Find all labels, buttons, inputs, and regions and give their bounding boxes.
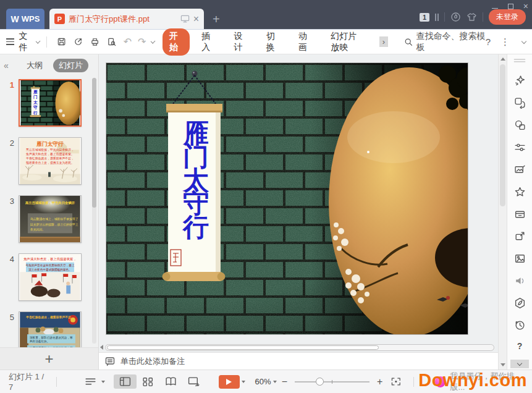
play-slideshow-button[interactable]: [219, 375, 239, 389]
scroll-up-arrow-icon[interactable]: [500, 57, 505, 61]
vertical-scrollbar[interactable]: [498, 54, 507, 370]
document-tab[interactable]: P 雁门太守行ppt课件.ppt ×: [49, 9, 204, 29]
zoom-level[interactable]: 60%: [255, 377, 271, 386]
sidebar-drag-handle-icon[interactable]: [513, 58, 526, 63]
tab-slides[interactable]: 幻灯片: [53, 59, 88, 72]
tab-home[interactable]: 开始: [163, 28, 190, 56]
kebab-menu-icon[interactable]: ⋮: [500, 36, 510, 48]
svg-text:半卷红旗临易水，霜重鼓寒声不起。: 半卷红旗临易水，霜重鼓寒声不起。: [25, 315, 74, 319]
scroll-title-text: 雁 门 太 守 行: [182, 119, 209, 242]
normal-view-icon: [119, 376, 131, 387]
ai-beautify-icon[interactable]: [514, 75, 526, 87]
command-search[interactable]: 查找命令、搜索模板: [404, 31, 485, 53]
normal-view-button[interactable]: [114, 374, 137, 389]
print-icon[interactable]: [90, 36, 99, 47]
menu-hamburger-icon[interactable]: [6, 38, 14, 45]
undo-icon[interactable]: ↶: [124, 36, 132, 48]
maximize-icon[interactable]: [508, 4, 513, 9]
share-icon[interactable]: [514, 230, 526, 242]
fit-to-screen-icon[interactable]: [391, 376, 402, 387]
notes-toggle-button[interactable]: [82, 376, 105, 387]
slide-thumbnail-1[interactable]: 雁 门 太 守 行: [19, 79, 82, 127]
slide-sorter-icon: [142, 376, 154, 387]
vertical-scroll-handle[interactable]: [500, 64, 505, 206]
audio-speaker-icon[interactable]: [514, 275, 526, 287]
thumbnail-scrollbar[interactable]: [92, 78, 96, 344]
zoom-slider-knob[interactable]: [316, 378, 324, 386]
slide-thumbnail-5[interactable]: 半卷红旗临易水，霜重鼓寒声不起。 深夜里，部队行进在易水河边，寒 风吹动着红旗。…: [19, 311, 82, 347]
adjust-sliders-icon[interactable]: [514, 142, 526, 153]
wps-home-tab[interactable]: W WPS: [6, 9, 44, 29]
slide-1-canvas[interactable]: 雁 门 太 守 行: [106, 63, 468, 334]
zoom-out-button[interactable]: −: [282, 376, 287, 387]
horizontal-scrollbar[interactable]: [99, 342, 498, 352]
horizontal-scroll-handle[interactable]: [107, 345, 379, 350]
eco-leaf-icon[interactable]: [514, 297, 526, 309]
save-icon[interactable]: [57, 36, 66, 47]
zoom-slider[interactable]: [295, 381, 369, 382]
notes-lines-icon: [85, 376, 96, 387]
minimize-icon[interactable]: [492, 8, 498, 9]
print-preview-icon[interactable]: [107, 36, 116, 47]
switch-shapes-icon[interactable]: [514, 97, 526, 109]
reading-view-button[interactable]: [159, 374, 182, 389]
skin-shirt-icon[interactable]: [467, 12, 477, 22]
notes-icon: [105, 357, 116, 366]
tab-insert[interactable]: 插入: [195, 28, 222, 56]
new-tab-button[interactable]: +: [213, 13, 220, 25]
document-filename: 雁门太守行ppt课件.ppt: [69, 14, 177, 25]
notes-placeholder[interactable]: 单击此处添加备注: [120, 356, 185, 367]
ribbon-end-group: ? ⋮: [486, 36, 526, 48]
slide-thumbnail-2[interactable]: 雁门太守行 黑云压城城欲摧，甲光向日金鳞开， 角声满天秋色里，塞上燕脂凝夜紫。 …: [19, 137, 82, 185]
picture-icon[interactable]: [514, 253, 526, 264]
material-box-icon[interactable]: [514, 208, 526, 220]
slide-thumbnail-3[interactable]: 黑云压城城欲摧，甲光向日金鳞开 乌云翻涌在城上，城郭似乎被摧毁了 日光穿过云的缝…: [19, 195, 82, 243]
editing-canvas: 雁 门 太 守 行: [99, 54, 498, 370]
svg-text:黑云压城城欲摧，甲光向日金鳞开: 黑云压城城欲摧，甲光向日金鳞开: [25, 201, 75, 205]
login-button[interactable]: 未登录: [489, 9, 526, 25]
collapse-panel-icon[interactable]: «: [4, 61, 9, 70]
collapse-ribbon-chevron-icon[interactable]: [521, 38, 526, 43]
sidebar-more-button[interactable]: [510, 360, 529, 368]
help-icon[interactable]: ?: [486, 36, 491, 47]
ribbon-bar: 文件 ↶ ↷ 开始 插入 设计 切换 动画 幻灯片放映 › 查找命令、搜索模板 …: [0, 30, 532, 54]
thumbnail-row-5: 5 半卷红旗临易水，霜重鼓寒声不起。: [0, 311, 98, 347]
tab-close-icon[interactable]: ×: [193, 14, 199, 24]
present-monitor-icon[interactable]: [180, 14, 190, 23]
more-tabs-button[interactable]: ›: [379, 36, 388, 47]
file-menu[interactable]: 文件: [19, 31, 34, 53]
play-options-chevron-icon[interactable]: [242, 381, 245, 383]
thumbnail-row-3: 3: [0, 195, 98, 243]
slide-sorter-button[interactable]: [137, 374, 159, 389]
zoom-chevron-icon[interactable]: [273, 381, 277, 383]
merge-shapes-icon[interactable]: [514, 119, 526, 131]
window-count-badge[interactable]: 1: [420, 13, 429, 22]
tab-design[interactable]: 设计: [227, 28, 254, 56]
tab-animations[interactable]: 动画: [292, 28, 319, 56]
notes-bar[interactable]: 单击此处添加备注: [99, 352, 498, 370]
sidebar-help-icon[interactable]: ?: [517, 341, 523, 351]
insert-image-icon[interactable]: [514, 164, 526, 175]
zoom-in-button[interactable]: +: [377, 376, 382, 387]
file-menu-chevron-icon[interactable]: [36, 38, 41, 43]
slide-thumbnail-4[interactable]: 角声满天秋色里，塞上燕脂凝夜紫， 号角的声音在这秋色里响彻天空，塞上 泥土在夜色…: [19, 253, 82, 301]
history-clock-icon[interactable]: [514, 319, 526, 331]
tab-slideshow[interactable]: 幻灯片放映: [324, 28, 372, 56]
scroll-down-arrow-icon[interactable]: [500, 363, 505, 366]
redo-icon[interactable]: ↷: [138, 36, 146, 48]
add-slide-button[interactable]: +: [0, 347, 98, 370]
thumb-number: 1: [0, 79, 19, 127]
site-watermark: Downyi.com: [418, 370, 527, 391]
scroll-left-arrow-icon[interactable]: [100, 345, 103, 350]
tab-outline[interactable]: 大纲: [21, 59, 48, 72]
output-icon[interactable]: [74, 36, 83, 47]
quickbar-more-chevron-icon[interactable]: [151, 38, 156, 43]
favorites-star-icon[interactable]: [514, 186, 526, 198]
search-icon: [404, 37, 413, 47]
hot-activity-icon[interactable]: [450, 12, 461, 22]
slideshow-from-current-button[interactable]: [182, 374, 205, 389]
tab-transitions[interactable]: 切换: [260, 28, 287, 56]
wps-label: WPS: [22, 14, 40, 23]
ribbon-tabs: 开始 插入 设计 切换 动画 幻灯片放映 ›: [163, 28, 388, 56]
split-view-icon[interactable]: [435, 14, 439, 21]
